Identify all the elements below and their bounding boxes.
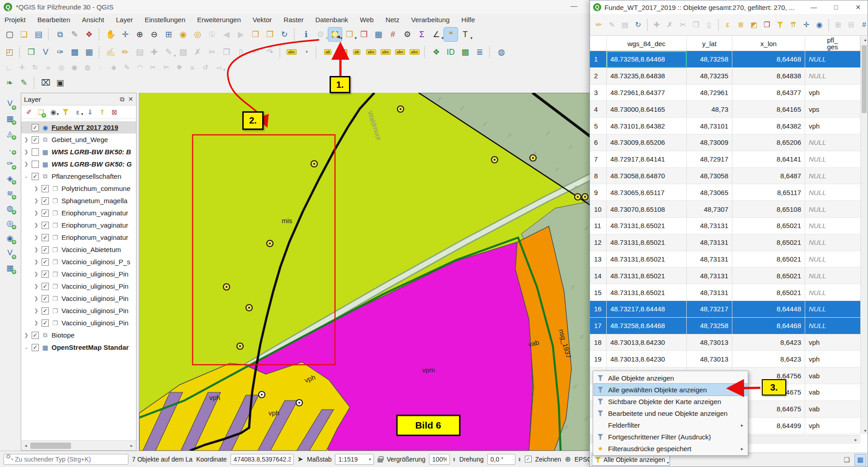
open-project-button[interactable]: ❏ [17,28,31,41]
menu-web[interactable]: Web [360,16,374,24]
expand-icon[interactable]: ❯ [33,259,39,265]
menu-projekt[interactable]: Projekt [5,16,26,24]
cell-pfl[interactable]: vph [805,85,860,101]
cell-pfl[interactable]: NULL [805,284,860,301]
identify-features-button[interactable]: ℹ [299,28,313,41]
layer-item[interactable]: ❯✓❐Vaccinio_Abietetum [21,243,136,256]
invert-selection-button[interactable]: ◩ [748,19,760,31]
toggle-editing-button[interactable]: ✏ [593,19,605,31]
cell-wgs[interactable]: 48.72917,8.64141 [607,151,687,168]
cell-num[interactable]: 2 [590,68,607,85]
new-geopackage-button[interactable]: ❒ [24,45,38,59]
table-row[interactable]: 448.73000,8.6416548,738,64165vps [590,101,860,118]
layout-manager-button[interactable]: ⧉ [53,28,67,41]
cell-pfl[interactable]: NULL [805,51,860,68]
remove-layer-button[interactable]: ⊠ [109,107,119,117]
layer-item[interactable]: ❯✓⧉Biotope [21,329,136,341]
collapse-all-button[interactable]: ⇑ [97,107,107,117]
magnifier-stepper[interactable]: ▲▼ [453,457,456,462]
expand-all-button[interactable]: ⇓ [85,107,95,117]
table-row[interactable]: 1248.73131,8.6502148,731318,65021NULL [590,234,860,251]
add-wms-button[interactable]: ◍ [4,202,16,214]
cell-wgs[interactable]: 48.73258,8.64468 [607,318,687,334]
table-row[interactable]: 848.73058,8.6487048,730588,6487NULL [590,168,860,185]
cell-num[interactable]: 1 [590,51,607,68]
cell-pfl[interactable]: NULL [805,218,860,234]
filter-select-button[interactable] [774,19,786,31]
cell-pfl[interactable]: NULL [805,68,860,85]
paste-button[interactable]: ▯ [703,19,715,31]
column-header[interactable]: wgs_84_dec [607,36,687,51]
cell-ylat[interactable]: 48,73235 [687,68,732,85]
cell-ylat[interactable]: 48,73258 [687,318,732,334]
plugin-sketch-button[interactable]: ✎ [17,76,31,90]
layer-checkbox[interactable]: ✓ [32,173,39,180]
coordinate-input[interactable] [231,454,294,465]
cell-xlon[interactable]: 8,64468 [732,318,805,334]
menu-ansicht[interactable]: Ansicht [82,16,104,24]
pan-map-button[interactable]: ✋ [104,28,118,41]
new-bookmark-button[interactable]: ❒ [249,28,262,41]
layer-item[interactable]: ❯✓❐Eriophorum_vaginatur [21,207,136,219]
cell-ylat[interactable]: 48,73217 [687,301,732,318]
scroll-left-icon[interactable]: ◂ [21,443,30,448]
cell-xlon[interactable]: 8,64838 [732,68,805,85]
column-header[interactable] [590,36,607,51]
layer-item[interactable]: ❯✓❐Vaccinio_uliginosi_Pin [21,317,136,329]
add-sqlite-button[interactable]: ◈ [4,172,16,184]
run-feature-action-button[interactable]: ⚙ [314,28,327,41]
scroll-up-icon[interactable]: ▴ [861,37,868,42]
select-all-button[interactable]: ≣ [735,19,747,31]
manage-visibility-button[interactable]: ◉ [48,107,58,117]
new-project-button[interactable]: ▢ [3,28,16,41]
menu-datenbank[interactable]: Datenbank [316,16,349,24]
cell-wgs[interactable]: 48.73101,8.64382 [607,118,687,134]
layer-item[interactable]: ❯✓❐Sphagnetum_magella [21,195,136,207]
zoom-native-button[interactable]: ① [205,28,219,41]
cell-wgs[interactable]: 48.73258,8.64468 [607,51,687,68]
cell-num[interactable]: 8 [590,168,607,185]
cell-num[interactable]: 18 [590,334,607,351]
redo-button[interactable]: ↷ [263,45,277,59]
project-properties-button[interactable]: ✎ [68,28,81,41]
expand-icon[interactable]: ❯ [33,271,39,277]
cell-num[interactable]: 6 [590,134,607,151]
new-shapefile-button[interactable]: V [39,45,52,59]
cell-pfl[interactable]: vph [805,118,860,134]
expand-icon[interactable]: ❯ [33,283,39,289]
cut-features-button[interactable]: ✂ [205,45,219,59]
context-menu-item[interactable]: ★Filterausdrücke gespeichert▸ [594,443,747,454]
layer-checkbox[interactable]: ✓ [42,246,49,253]
menu-hilfe[interactable]: Hilfe [462,16,475,24]
column-header[interactable]: y_lat [687,36,732,51]
cut-button[interactable]: ✂ [677,19,689,31]
trim-extend-button[interactable]: ◅ [212,62,225,73]
datasource-manager-button[interactable]: ◰ [3,45,16,59]
cell-xlon[interactable]: 8,65021 [732,267,805,284]
context-menu-item[interactable]: Alle Objekte anzeigen [594,372,747,384]
cell-pfl[interactable]: vab [805,384,860,401]
context-menu-item[interactable]: Sichtbare Objekte der Karte anzeigen [594,396,747,407]
layer-checkbox[interactable]: ✓ [42,319,49,327]
cell-ylat[interactable]: 48,73065 [687,184,732,201]
cell-xlon[interactable]: 8,6487 [732,168,805,185]
layer-checkbox[interactable]: ✓ [32,344,39,351]
add-delimited-text-button[interactable]: , [4,143,16,154]
layer-item[interactable]: ❯✓❐Eriophorum_vaginatur [21,219,136,231]
layers-panel-hscrollbar[interactable]: ◂ ▸ [21,440,136,450]
cell-pfl[interactable]: NULL [805,301,860,318]
layer-checkbox[interactable]: ✓ [42,185,49,192]
cell-ylat[interactable]: 48,73101 [687,118,732,134]
minimize-button[interactable]: — [804,1,823,14]
scroll-down-icon[interactable]: ▾ [861,428,868,433]
cell-ylat[interactable]: 48,73013 [687,334,732,351]
undo-button[interactable]: ↶ [249,45,262,59]
expand-icon[interactable]: ❯ [33,222,39,228]
cell-pfl[interactable]: NULL [805,251,860,268]
toggle-editing-button[interactable]: ✏ [118,45,132,59]
menu-layer[interactable]: Layer [116,16,133,24]
open-layer-styling-button[interactable]: ✐ [24,107,34,117]
cell-ylat[interactable]: 48,73131 [687,218,732,234]
layer-checkbox[interactable]: ✓ [32,124,39,131]
locator-search-input[interactable] [4,454,128,465]
